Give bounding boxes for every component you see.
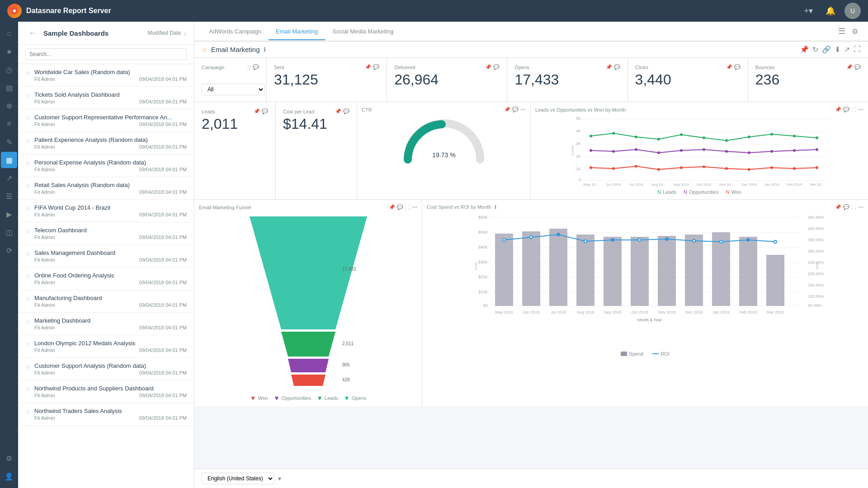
pin-icon[interactable]: 📌 xyxy=(800,45,809,54)
filter-icon[interactable]: ▽ xyxy=(247,64,251,70)
refresh-icon[interactable]: ↻ xyxy=(812,45,818,54)
sidebar-icon-clock[interactable]: ◷ xyxy=(1,61,17,78)
pin-cost-roi-icon[interactable]: 📌 xyxy=(835,204,841,210)
sidebar-icon-video[interactable]: ▶ xyxy=(1,206,17,222)
comment-leads-icon[interactable]: 💬 xyxy=(262,108,268,114)
sidebar-list-item[interactable]: ☆ Personal Expense Analysis (Random data… xyxy=(18,155,194,177)
item-star-icon[interactable]: ☆ xyxy=(25,341,31,347)
tab-adwords[interactable]: AdWords Campaign xyxy=(202,23,269,40)
more-ctr-icon[interactable]: ••• xyxy=(520,107,526,113)
comment-clicks-icon[interactable]: 💬 xyxy=(734,64,741,70)
item-star-icon[interactable]: ☆ xyxy=(25,250,31,257)
campaign-filter-select[interactable]: All xyxy=(202,84,265,95)
expand-funnel-icon[interactable]: ⛶ xyxy=(405,204,410,210)
expand-icon[interactable]: ⛶ xyxy=(854,45,861,54)
item-star-icon[interactable]: ☆ xyxy=(25,318,31,325)
comment-funnel-icon[interactable]: 💬 xyxy=(397,204,403,210)
pin-cpl-icon[interactable]: 📌 xyxy=(335,108,341,114)
comment-icon[interactable]: 💬 xyxy=(253,64,259,70)
comment-cpl-icon[interactable]: 💬 xyxy=(343,108,349,114)
sidebar-icon-list[interactable]: ≡ xyxy=(1,116,17,132)
item-star-icon[interactable]: ☆ xyxy=(25,228,31,235)
sidebar-list-item[interactable]: ☆ Worldwide Car Sales (Random data) Fit … xyxy=(18,64,194,87)
cost-roi-info-icon[interactable]: ℹ xyxy=(495,204,496,210)
sidebar-icon-settings[interactable]: ⚙ xyxy=(1,450,17,466)
menu-icon[interactable]: ☰ xyxy=(835,26,849,36)
comment-sent-icon[interactable]: 💬 xyxy=(373,64,379,70)
pin-opens-icon[interactable]: 📌 xyxy=(606,64,612,70)
sidebar-list-item[interactable]: ☆ Northwind Traders Sales Analysis Fit A… xyxy=(18,403,194,426)
sidebar-list-item[interactable]: ☆ Marketing Dashboard Fit Admin 09/04/20… xyxy=(18,313,194,335)
comment-opens-icon[interactable]: 💬 xyxy=(614,64,620,70)
item-star-icon[interactable]: ☆ xyxy=(25,160,31,167)
link-icon[interactable]: 🔗 xyxy=(822,45,831,54)
sort-direction-icon[interactable]: ↓ xyxy=(184,30,187,37)
sidebar-list-item[interactable]: ☆ Customer Support Analysis (Random data… xyxy=(18,358,194,380)
search-input[interactable] xyxy=(25,48,187,60)
comment-cost-roi-icon[interactable]: 💬 xyxy=(843,204,849,210)
sidebar-list-item[interactable]: ☆ London Olympic 2012 Medals Analysis Fi… xyxy=(18,335,194,358)
pin-bounces-icon[interactable]: 📌 xyxy=(846,64,853,70)
pin-lvso-icon[interactable]: 📌 xyxy=(835,107,841,113)
sidebar-list-item[interactable]: ☆ Retail Sales Analysis (Random data) Fi… xyxy=(18,177,194,200)
sidebar-icon-folder[interactable]: ▤ xyxy=(1,80,17,96)
more-lvso-icon[interactable]: ••• xyxy=(858,107,863,113)
settings-icon[interactable]: ⚙ xyxy=(849,27,861,36)
add-button[interactable]: +▾ xyxy=(800,4,816,18)
sidebar-list-item[interactable]: ☆ Sales Management Dashboard Fit Admin 0… xyxy=(18,245,194,267)
pin-sent-icon[interactable]: 📌 xyxy=(365,64,371,70)
sidebar-list-item[interactable]: ☆ Patient Experience Analysis (Random da… xyxy=(18,132,194,155)
expand-cost-roi-icon[interactable]: ⛶ xyxy=(851,204,856,210)
pin-clicks-icon[interactable]: 📌 xyxy=(726,64,732,70)
sidebar-list-item[interactable]: ☆ Telecom Dashboard Fit Admin 09/04/2018… xyxy=(18,222,194,245)
comment-bounces-icon[interactable]: 💬 xyxy=(854,64,861,70)
item-star-icon[interactable]: ☆ xyxy=(25,115,31,122)
more-cost-roi-icon[interactable]: ••• xyxy=(858,204,863,210)
item-star-icon[interactable]: ☆ xyxy=(25,408,31,415)
item-star-icon[interactable]: ☆ xyxy=(25,92,31,99)
expand-lvso-icon[interactable]: ⛶ xyxy=(851,107,856,113)
sidebar-icon-page[interactable]: ☰ xyxy=(1,188,17,204)
item-star-icon[interactable]: ☆ xyxy=(25,70,31,76)
download-icon[interactable]: ⬇ xyxy=(835,45,840,54)
notification-icon[interactable]: 🔔 xyxy=(822,4,839,18)
sidebar-icon-user[interactable]: 👤 xyxy=(1,468,17,484)
sidebar-icon-chart[interactable]: ↗ xyxy=(1,170,17,186)
sort-label[interactable]: Modified Date xyxy=(147,30,181,36)
item-star-icon[interactable]: ☆ xyxy=(25,273,31,280)
item-star-icon[interactable]: ☆ xyxy=(25,137,31,144)
sidebar-list-item[interactable]: ☆ Tickets Sold Analysis Dashboard Fit Ad… xyxy=(18,87,194,109)
tab-social-media[interactable]: Social Media Marketing xyxy=(325,23,401,40)
item-star-icon[interactable]: ☆ xyxy=(25,363,31,370)
sidebar-list-item[interactable]: ☆ Customer Support Representative Perfor… xyxy=(18,109,194,132)
sidebar-icon-globe[interactable]: ⊕ xyxy=(1,98,17,114)
sidebar-list-item[interactable]: ☆ FIFA World Cup 2014 - Brazil Fit Admin… xyxy=(18,200,194,222)
info-icon[interactable]: ℹ xyxy=(264,46,266,53)
comment-lvso-icon[interactable]: 💬 xyxy=(843,107,849,113)
item-star-icon[interactable]: ☆ xyxy=(25,205,31,212)
pin-ctr-icon[interactable]: 📌 xyxy=(504,107,510,113)
tab-email-marketing[interactable]: Email Marketing xyxy=(269,23,325,40)
sidebar-list-item[interactable]: ☆ Online Food Ordering Analysis Fit Admi… xyxy=(18,267,194,290)
sidebar-icon-home[interactable]: ⌂ xyxy=(1,25,17,42)
sidebar-icon-layers[interactable]: ◫ xyxy=(1,224,17,240)
sidebar-list-item[interactable]: ☆ Manufacturing Dashboard Fit Admin 09/0… xyxy=(18,290,194,313)
favorite-star-icon[interactable]: ☆ xyxy=(202,46,208,53)
pin-funnel-icon[interactable]: 📌 xyxy=(389,204,395,210)
back-button[interactable]: ← xyxy=(25,27,40,39)
comment-delivered-icon[interactable]: 💬 xyxy=(493,64,500,70)
comment-ctr-icon[interactable]: 💬 xyxy=(512,107,519,113)
item-star-icon[interactable]: ☆ xyxy=(25,183,31,189)
sidebar-icon-edit[interactable]: ✎ xyxy=(1,134,17,150)
pin-delivered-icon[interactable]: 📌 xyxy=(485,64,491,70)
share-icon[interactable]: ↗ xyxy=(844,45,850,54)
item-star-icon[interactable]: ☆ xyxy=(25,296,31,302)
sidebar-list-item[interactable]: ☆ Northwind Products and Suppliers Dashb… xyxy=(18,380,194,403)
pin-leads-icon[interactable]: 📌 xyxy=(254,108,260,114)
sidebar-icon-star[interactable]: ★ xyxy=(1,43,17,60)
item-star-icon[interactable]: ☆ xyxy=(25,386,31,393)
sidebar-icon-history[interactable]: ⟳ xyxy=(1,242,17,258)
language-select[interactable]: English (United States) xyxy=(202,473,274,484)
sidebar-icon-dashboard[interactable]: ▦ xyxy=(1,152,17,168)
more-funnel-icon[interactable]: ••• xyxy=(412,204,417,210)
